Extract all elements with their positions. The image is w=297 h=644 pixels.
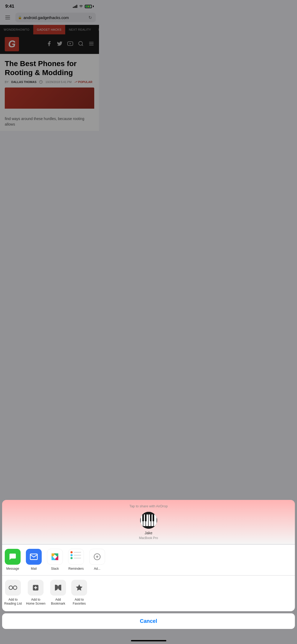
overlay [0,0,99,215]
